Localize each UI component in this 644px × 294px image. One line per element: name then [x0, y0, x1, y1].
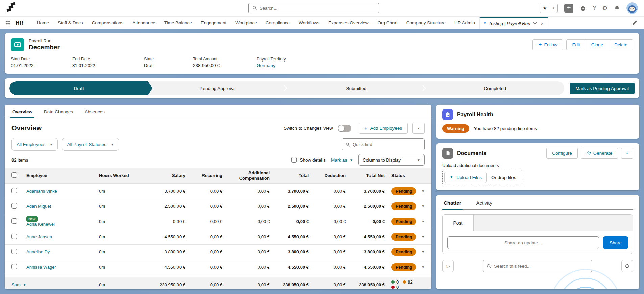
filter-all-employees[interactable]: All Employees▼ [11, 138, 58, 151]
column-header-additional-compensation[interactable]: Additional Compensation [226, 168, 273, 183]
filter-all-payroll-statuses[interactable]: All Payroll Statuses▼ [62, 138, 119, 151]
share-button[interactable]: Share [603, 236, 628, 249]
global-actions-plus-icon[interactable]: + [564, 4, 573, 13]
nav-tab-org-chart[interactable]: Org Chart [373, 17, 402, 29]
generate-button[interactable]: Generate [581, 148, 618, 159]
sum-label[interactable]: Sum▼ [11, 282, 26, 287]
row-checkbox[interactable] [11, 203, 17, 209]
row-checkbox[interactable] [11, 249, 17, 254]
column-header-total-net[interactable]: Total Net [349, 168, 388, 183]
employee-link[interactable]: Adan Miguet [26, 204, 51, 209]
status-badge[interactable]: Pending [391, 202, 416, 210]
employee-link[interactable]: Annissa Wager [26, 265, 56, 270]
tab-absences[interactable]: Absences [84, 109, 105, 118]
changes-view-toggle[interactable] [338, 125, 351, 132]
status-badge[interactable]: Pending [391, 248, 416, 256]
configure-button[interactable]: Configure [546, 148, 578, 159]
clone-button[interactable]: Clone [586, 39, 609, 50]
employee-link[interactable]: Annelise Dy [26, 249, 50, 254]
path-stage-pending-approval[interactable]: Pending Approval [148, 81, 287, 95]
nav-tab-attendance[interactable]: Attendance [128, 17, 160, 29]
row-checkbox[interactable] [11, 234, 17, 239]
chatter-tab-activity[interactable]: Activity [476, 200, 493, 206]
nav-tab-staff-docs[interactable]: Staff & Docs [53, 17, 88, 29]
tab-options-chevron-icon[interactable] [533, 22, 537, 25]
chatter-tab-chatter[interactable]: Chatter [444, 200, 461, 206]
mark-as-pending-approval-button[interactable]: Mark as Pending Approval [570, 83, 635, 94]
edit-nav-pencil-icon[interactable] [632, 20, 637, 26]
nav-tab-workflows[interactable]: Workflows [294, 17, 324, 29]
global-search-input[interactable] [260, 6, 375, 11]
status-badge[interactable]: Pending [391, 233, 416, 241]
select-all-checkbox[interactable] [11, 172, 17, 178]
nav-tab-workplace[interactable]: Workplace [231, 17, 261, 29]
quick-find-input[interactable] [353, 142, 421, 147]
nav-tab-expenses-overview[interactable]: Expenses Overview [324, 17, 373, 29]
column-header-total[interactable]: Total [273, 168, 312, 183]
column-header-hours-worked[interactable]: Hours Worked [96, 168, 146, 183]
path-stage-submitted[interactable]: Submitted [287, 81, 426, 95]
nav-tab-home[interactable]: Home [32, 17, 53, 29]
column-header-salary[interactable]: Salary [146, 168, 189, 183]
setup-gear-icon[interactable]: ⚙ [602, 5, 607, 12]
documents-menu-button[interactable]: ▾ [621, 148, 633, 159]
table-spacer-row [5, 275, 431, 277]
column-header-recurring[interactable]: Recurring [189, 168, 226, 183]
status-badge[interactable]: Pending [391, 263, 416, 271]
employee-link[interactable]: Adamaris Vinke [26, 189, 57, 194]
feed-search-input[interactable] [494, 264, 588, 269]
column-header-status[interactable]: Status [388, 168, 431, 183]
column-header-employee[interactable]: Employee [23, 168, 96, 183]
columns-to-display-select[interactable]: Columns to Display ▼ [358, 154, 425, 166]
row-actions-caret-icon[interactable]: ▼ [421, 250, 425, 254]
delete-button[interactable]: Delete [609, 39, 633, 50]
status-badge[interactable]: Pending [391, 187, 416, 195]
notifications-bell-icon[interactable] [614, 5, 620, 11]
close-tab-icon[interactable]: × [541, 21, 544, 26]
path-stage-draft[interactable]: Draft [9, 81, 148, 95]
trailhead-icon[interactable] [580, 5, 586, 11]
quick-find[interactable] [342, 138, 425, 150]
row-actions-caret-icon[interactable]: ▼ [421, 235, 425, 239]
add-employees-menu-button[interactable]: ▾ [412, 123, 425, 134]
employee-link[interactable]: Adria Kenewel [26, 222, 55, 227]
employee-link[interactable]: Anne Jansen [26, 234, 52, 239]
favorites-caret-icon[interactable]: ▾ [550, 4, 557, 13]
favorites-star-icon[interactable]: ★ [540, 4, 550, 13]
global-search[interactable] [248, 3, 379, 13]
user-avatar[interactable] [626, 2, 638, 14]
edit-button[interactable]: Edit [566, 39, 586, 50]
row-actions-caret-icon[interactable]: ▼ [421, 204, 425, 208]
status-badge[interactable]: Pending [391, 218, 416, 225]
app-launcher-icon[interactable] [5, 21, 10, 25]
tab-data-changes[interactable]: Data Changes [43, 109, 74, 118]
tab-overview[interactable]: Overview [11, 109, 33, 118]
path-stage-completed[interactable]: Completed [426, 81, 564, 95]
feed-refresh-button[interactable] [621, 260, 633, 272]
row-actions-caret-icon[interactable]: ▼ [421, 189, 425, 193]
row-actions-caret-icon[interactable]: ▼ [421, 220, 425, 223]
follow-button[interactable]: + Follow [532, 39, 563, 50]
row-checkbox[interactable] [11, 188, 17, 193]
post-tab[interactable]: Post [443, 215, 474, 231]
nav-tab-compliance[interactable]: Compliance [261, 17, 294, 29]
nav-tab-hr-admin[interactable]: HR Admin [450, 17, 479, 29]
share-update-input[interactable] [447, 236, 599, 249]
upload-files-button[interactable]: Upload Files [444, 172, 487, 183]
nav-tab-company-structure[interactable]: Company Structure [402, 17, 450, 29]
nav-tab-engagement[interactable]: Engagement [196, 17, 231, 29]
feed-sort-button[interactable]: ↑↓ ▾ [442, 260, 454, 272]
nav-tab-compensations[interactable]: Compensations [88, 17, 128, 29]
field-value-link[interactable]: Germany [257, 63, 276, 68]
row-actions-caret-icon[interactable]: ▼ [421, 265, 425, 269]
nav-tab-active[interactable]: * Testing | Payroll Run × [479, 17, 548, 29]
row-checkbox[interactable] [11, 218, 17, 224]
mark-as-menu[interactable]: Mark as ▼ [331, 157, 353, 163]
show-details-checkbox[interactable] [291, 157, 297, 163]
row-checkbox[interactable] [11, 264, 17, 269]
nav-tab-time-balance[interactable]: Time Balance [160, 17, 196, 29]
column-header-deduction[interactable]: Deduction [312, 168, 349, 183]
file-drop-zone[interactable]: Upload Files Or drop files [442, 170, 522, 185]
help-icon[interactable]: ? [593, 5, 596, 11]
add-employees-button[interactable]: + Add Employees [359, 123, 408, 134]
